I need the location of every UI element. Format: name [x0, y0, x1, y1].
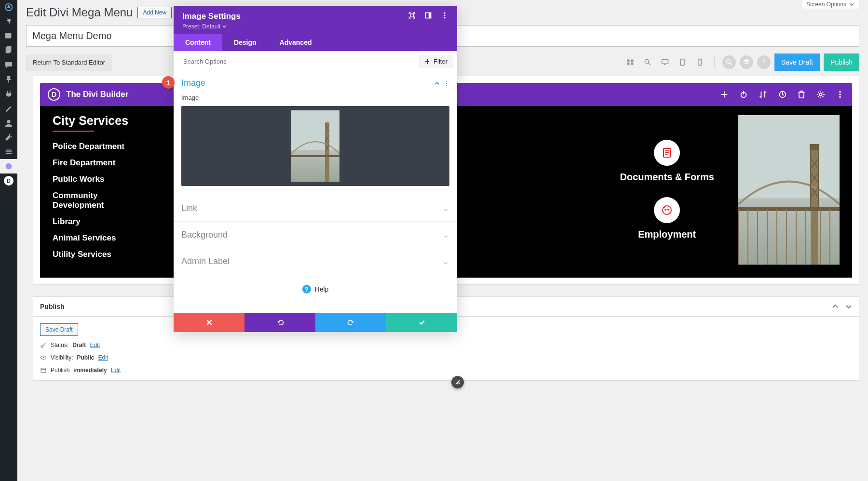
layers-icon[interactable]	[740, 55, 753, 69]
wp-admin-sidebar: D	[0, 0, 17, 481]
chevron-down-icon: ⌄	[442, 256, 449, 267]
tab-advanced[interactable]: Advanced	[268, 34, 324, 51]
undo-button[interactable]	[244, 313, 315, 332]
wireframe-icon[interactable]	[624, 55, 637, 69]
svg-rect-5	[8, 80, 9, 82]
plugins-icon[interactable]	[0, 87, 17, 101]
mega-link[interactable]: Library	[53, 217, 128, 227]
zoom-icon[interactable]	[641, 55, 654, 69]
mega-link[interactable]: Community Development	[53, 191, 115, 210]
comments-icon[interactable]	[0, 58, 17, 72]
appearance-icon[interactable]	[0, 101, 17, 116]
mega-item-documents[interactable]: Documents & Forms	[620, 140, 714, 183]
gear-icon[interactable]	[816, 90, 825, 99]
add-new-button[interactable]: Add New	[137, 7, 172, 18]
modal-header: Image Settings Preset: Default	[174, 6, 457, 34]
svg-point-20	[726, 59, 730, 63]
help-row[interactable]: ? Help	[174, 274, 457, 313]
snap-icon[interactable]	[408, 12, 416, 19]
svg-point-25	[819, 93, 822, 95]
search-options-input[interactable]	[177, 54, 419, 69]
dots-vert-icon[interactable]	[444, 80, 449, 86]
help-icon[interactable]: ?	[757, 55, 771, 69]
redo-button[interactable]	[315, 313, 386, 332]
edit-link[interactable]: Edit	[90, 342, 100, 348]
media-icon[interactable]	[0, 29, 17, 43]
builder-bar-actions	[720, 90, 844, 99]
divi-mega-menu-icon[interactable]	[0, 159, 17, 174]
section-admin-label-title: Admin Label	[181, 256, 230, 267]
history-icon[interactable]	[778, 90, 787, 99]
mega-col-services: City Services Police Department Fire Dep…	[53, 114, 128, 266]
edit-link[interactable]: Edit	[111, 367, 121, 374]
svg-rect-11	[627, 59, 630, 62]
dots-vert-icon[interactable]	[441, 12, 448, 19]
return-standard-editor-button[interactable]: Return To Standard Editor	[26, 54, 112, 71]
chevron-up-icon[interactable]	[832, 303, 839, 310]
svg-point-15	[645, 59, 649, 63]
mega-right-section: Documents & Forms Employment	[620, 114, 840, 266]
modal-resize-handle[interactable]	[451, 376, 464, 388]
section-image-header[interactable]: Image	[174, 72, 457, 94]
section-link[interactable]: Link ⌄	[174, 195, 457, 221]
svg-point-27	[839, 94, 841, 95]
svg-rect-33	[811, 144, 818, 265]
pin-icon[interactable]	[0, 14, 17, 29]
tools-icon[interactable]	[0, 130, 17, 145]
svg-rect-2	[7, 34, 10, 35]
status-row: Status: Draft Edit	[40, 342, 852, 348]
screen-options-label: Screen Options	[806, 1, 846, 8]
dock-icon[interactable]	[424, 12, 432, 19]
section-background[interactable]: Background ⌄	[174, 221, 457, 248]
image-upload-preview[interactable]	[181, 106, 449, 186]
power-icon[interactable]	[739, 90, 748, 99]
save-button[interactable]	[386, 313, 457, 332]
svg-point-46	[446, 82, 448, 84]
mega-link[interactable]: Fire Department	[53, 158, 128, 168]
section-image-title: Image	[181, 78, 205, 88]
metabox-order-arrows[interactable]	[832, 303, 852, 310]
document-icon	[654, 140, 680, 166]
pages-icon[interactable]	[0, 43, 17, 58]
sort-icon[interactable]	[759, 90, 767, 99]
svg-rect-13	[627, 63, 630, 65]
desktop-icon[interactable]	[658, 55, 672, 69]
section-admin-label[interactable]: Admin Label ⌄	[174, 248, 457, 274]
publish-date-row: Publish immediately Edit	[40, 367, 852, 374]
dashboard-icon[interactable]	[0, 0, 17, 14]
save-draft-button[interactable]: Save Draft	[774, 53, 820, 71]
tablet-icon[interactable]	[676, 55, 689, 69]
filter-button[interactable]: Filter	[419, 55, 453, 68]
users-icon[interactable]	[0, 116, 17, 130]
pin2-icon[interactable]	[0, 72, 17, 87]
settings-icon[interactable]	[0, 145, 17, 159]
modal-footer	[174, 313, 457, 332]
svg-point-37	[43, 357, 44, 359]
mega-item-employment[interactable]: Employment	[638, 197, 696, 240]
mega-link[interactable]: Animal Services	[53, 233, 128, 243]
svg-point-32	[667, 209, 669, 211]
mega-section-title: City Services	[53, 114, 128, 128]
mobile-icon[interactable]	[693, 55, 706, 69]
tab-design[interactable]: Design	[222, 34, 268, 51]
search-icon[interactable]	[722, 55, 736, 69]
status-value: Draft	[72, 342, 86, 348]
cancel-button[interactable]	[174, 313, 244, 332]
tab-content[interactable]: Content	[174, 34, 222, 51]
publish-button[interactable]: Publish	[824, 53, 859, 71]
status-label: Status:	[51, 342, 68, 348]
preset-dropdown[interactable]: Preset: Default	[182, 23, 241, 30]
trash-icon[interactable]	[797, 90, 806, 99]
separator	[714, 57, 715, 67]
mega-link[interactable]: Police Department	[53, 142, 128, 151]
mega-link[interactable]: Public Works	[53, 174, 128, 184]
metabox-save-draft-button[interactable]: Save Draft	[40, 323, 78, 336]
mega-link[interactable]: Utility Services	[53, 250, 128, 259]
edit-link[interactable]: Edit	[98, 354, 108, 361]
chevron-down-icon[interactable]	[845, 303, 852, 310]
add-icon[interactable]	[720, 90, 729, 99]
dots-vert-icon[interactable]	[836, 90, 844, 99]
screen-options-toggle[interactable]: Screen Options	[801, 0, 859, 9]
divi-icon[interactable]: D	[0, 174, 17, 188]
chevron-up-icon[interactable]	[434, 80, 440, 86]
